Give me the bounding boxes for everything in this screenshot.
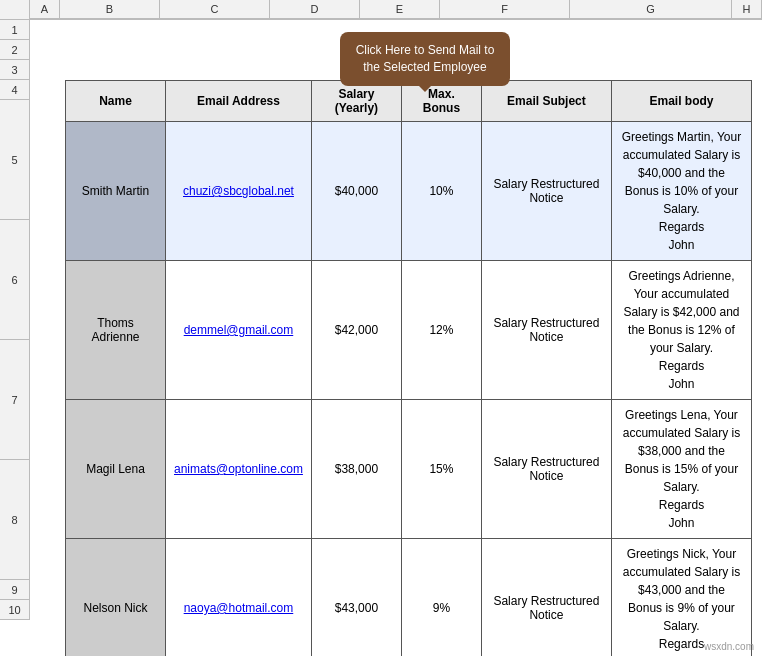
row-num-9[interactable]: 9 [0,580,30,600]
cell-name: Nelson Nick [66,539,166,657]
data-table: Name Email Address Salary (Yearly) Max. … [65,80,752,656]
cell-email[interactable]: chuzi@sbcglobal.net [166,122,312,261]
cell-email[interactable]: naoya@hotmail.com [166,539,312,657]
grid-content: Click Here to Send Mail to the Selected … [30,20,762,620]
cell-name: Thoms Adrienne [66,261,166,400]
spreadsheet: A B C D E F G H 1 2 3 4 5 6 7 8 9 10 Cli… [0,0,762,656]
grid-corner [0,0,30,19]
table-row[interactable]: Smith Martinchuzi@sbcglobal.net$40,00010… [66,122,752,261]
table-row[interactable]: Thoms Adriennedemmel@gmail.com$42,00012%… [66,261,752,400]
row-num-10[interactable]: 10 [0,600,30,620]
cell-name: Magil Lena [66,400,166,539]
cell-email-body: Greetings Nick, Your accumulated Salary … [611,539,751,657]
cell-salary: $38,000 [311,400,401,539]
col-header-e[interactable]: E [360,0,440,19]
email-link[interactable]: animats@optonline.com [174,462,303,476]
col-header-g[interactable]: G [570,0,732,19]
col-header-h[interactable]: H [732,0,762,19]
cell-bonus: 12% [401,261,481,400]
th-bonus: Max. Bonus [401,81,481,122]
cell-subject: Salary Restructured Notice [481,261,611,400]
row-num-7[interactable]: 7 [0,340,30,460]
grid-body: 1 2 3 4 5 6 7 8 9 10 Click Here to Send … [0,20,762,620]
email-link[interactable]: naoya@hotmail.com [184,601,294,615]
th-subject: Email Subject [481,81,611,122]
cell-email-body: Greetings Lena, Your accumulated Salary … [611,400,751,539]
cell-salary: $43,000 [311,539,401,657]
row-num-1[interactable]: 1 [0,20,30,40]
cell-subject: Salary Restructured Notice [481,400,611,539]
col-header-a[interactable]: A [30,0,60,19]
table-header-row: Name Email Address Salary (Yearly) Max. … [66,81,752,122]
row-numbers: 1 2 3 4 5 6 7 8 9 10 [0,20,30,620]
cell-salary: $42,000 [311,261,401,400]
watermark: wsxdn.com [704,641,754,652]
th-email: Email Address [166,81,312,122]
cell-subject: Salary Restructured Notice [481,539,611,657]
table-row[interactable]: Magil Lenaanimats@optonline.com$38,00015… [66,400,752,539]
email-link[interactable]: demmel@gmail.com [184,323,294,337]
row-num-8[interactable]: 8 [0,460,30,580]
cell-email[interactable]: demmel@gmail.com [166,261,312,400]
th-body: Email body [611,81,751,122]
cell-bonus: 9% [401,539,481,657]
main-table-container: Name Email Address Salary (Yearly) Max. … [65,80,752,656]
col-header-c[interactable]: C [160,0,270,19]
email-link[interactable]: chuzi@sbcglobal.net [183,184,294,198]
col-header-b[interactable]: B [60,0,160,19]
row-num-4[interactable]: 4 [0,80,30,100]
cell-bonus: 10% [401,122,481,261]
col-header-f[interactable]: F [440,0,570,19]
send-mail-button[interactable]: Click Here to Send Mail to the Selected … [340,32,510,86]
table-row[interactable]: Nelson Nicknaoya@hotmail.com$43,0009%Sal… [66,539,752,657]
th-name: Name [66,81,166,122]
cell-email-body: Greetings Adrienne, Your accumulated Sal… [611,261,751,400]
cell-subject: Salary Restructured Notice [481,122,611,261]
row-num-6[interactable]: 6 [0,220,30,340]
row-num-3[interactable]: 3 [0,60,30,80]
row-num-2[interactable]: 2 [0,40,30,60]
row-num-5[interactable]: 5 [0,100,30,220]
th-salary: Salary (Yearly) [311,81,401,122]
cell-bonus: 15% [401,400,481,539]
col-header-d[interactable]: D [270,0,360,19]
cell-email-body: Greetings Martin, Your accumulated Salar… [611,122,751,261]
cell-salary: $40,000 [311,122,401,261]
cell-name: Smith Martin [66,122,166,261]
cell-email[interactable]: animats@optonline.com [166,400,312,539]
column-headers: A B C D E F G H [0,0,762,20]
